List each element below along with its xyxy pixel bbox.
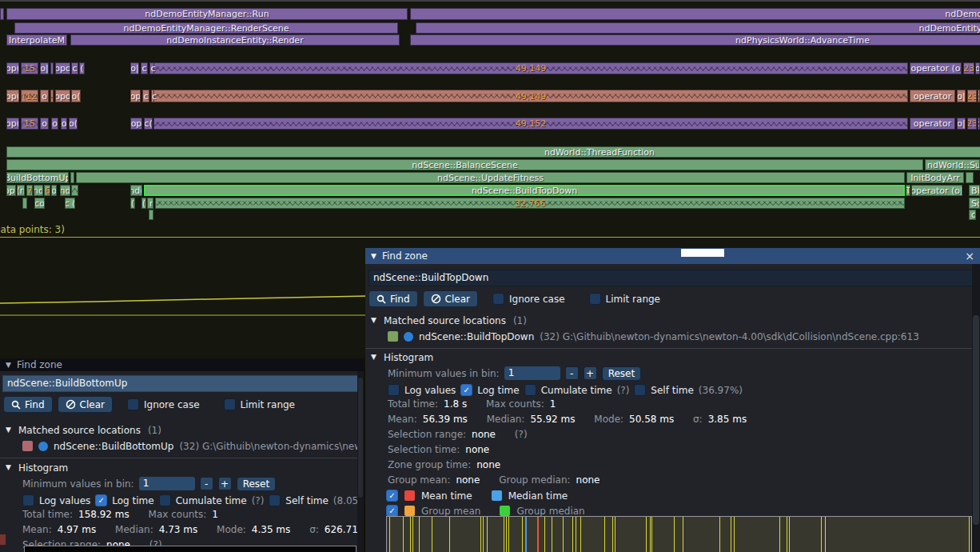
zone-bar[interactable]: ndWorld::Sub <box>925 159 980 170</box>
cumulate-time-checkbox[interactable] <box>524 384 536 396</box>
histogram-plot[interactable] <box>386 516 972 552</box>
find-button[interactable]: Find <box>368 290 418 307</box>
zone-bar[interactable]: ( <box>130 198 135 209</box>
zone-bar[interactable]: 15 <box>21 118 38 130</box>
zone-bar[interactable]: c( <box>144 118 153 130</box>
zone-bar[interactable]: So <box>969 198 980 209</box>
zone-bar[interactable]: op <box>130 90 141 102</box>
zone-bar[interactable]: c <box>71 62 78 74</box>
zone-dot-icon[interactable] <box>38 442 48 451</box>
zone-bar[interactable]: BuildBottomUp <box>6 172 69 183</box>
cumulate-time-checkbox[interactable] <box>159 494 171 506</box>
zone-bar[interactable]: o <box>61 118 67 130</box>
clear-button[interactable]: Clear <box>58 396 113 413</box>
bin-increment-button[interactable]: + <box>218 477 232 490</box>
zone-bar[interactable]: 23 <box>963 62 974 74</box>
zone-dot-icon[interactable] <box>404 332 413 342</box>
zone-bar[interactable] <box>50 62 54 74</box>
self-time-checkbox[interactable] <box>269 494 281 506</box>
search-input[interactable]: ndScene::BuildBottomUp <box>2 375 361 392</box>
reset-button[interactable]: Reset <box>602 366 642 381</box>
zone-bar[interactable]: operator (o| <box>911 185 962 196</box>
ignore-case-checkbox[interactable] <box>127 398 139 410</box>
zone-bar[interactable]: op <box>130 118 142 130</box>
zone-bar[interactable]: ndDemoInstanceEntity::Render <box>70 34 400 46</box>
zone-bar[interactable] <box>50 90 54 102</box>
zone-bar[interactable] <box>70 172 74 183</box>
zone-bar[interactable]: c <box>149 62 157 74</box>
zone-bar[interactable]: nd <box>34 185 43 196</box>
bin-increment-button[interactable]: + <box>584 366 597 380</box>
zone-bar[interactable] <box>0 8 4 20</box>
zone-bar[interactable]: nd( <box>130 185 142 196</box>
self-time-checkbox[interactable] <box>634 384 646 396</box>
zone-bar[interactable]: ndScene::BalanceScene <box>6 159 923 170</box>
scrollbar[interactable] <box>357 371 364 552</box>
zone-bar[interactable]: o( <box>69 118 78 130</box>
collapse-icon[interactable]: ▼ <box>6 426 11 434</box>
zone-bar[interactable]: o( <box>71 90 81 102</box>
limit-range-checkbox[interactable] <box>224 398 236 410</box>
zone-bar[interactable]: 15 <box>21 62 38 74</box>
zone-bar[interactable] <box>71 185 78 196</box>
zone-bar[interactable]: BI <box>969 185 980 196</box>
zone-bar[interactable]: 32,766 <box>155 198 905 209</box>
collapse-icon[interactable]: ▼ <box>371 354 376 361</box>
zone-bar[interactable]: ndDemoEntityManager::RenderScene <box>416 22 980 34</box>
zone-bar[interactable]: InterpolateM <box>6 34 67 46</box>
zone-bar[interactable]: ( <box>79 62 85 74</box>
zone-bar[interactable]: opo <box>55 62 70 74</box>
zone-bar[interactable]: o <box>51 118 58 130</box>
collapse-icon[interactable]: ▼ <box>6 464 11 471</box>
collapse-icon[interactable]: ▼ <box>371 317 376 324</box>
zone-bar[interactable]: operator <box>910 118 955 130</box>
zone-bar[interactable]: c ( <box>65 198 75 209</box>
zone-bar[interactable]: ndScene::UpdateFitness <box>76 172 905 183</box>
zone-bar[interactable]: c <box>969 210 976 220</box>
zone-bar[interactable]: co <box>34 198 45 209</box>
zone-bar[interactable]: o <box>40 118 49 130</box>
zone-bar[interactable]: o| <box>957 90 966 102</box>
min-bin-input[interactable]: 1 <box>139 477 195 490</box>
zone-bar[interactable]: 6 <box>44 185 50 196</box>
zone-bar[interactable]: InitBodyArr <box>906 172 964 183</box>
matched-source-row[interactable]: ndScene::BuildTopDown (32) G:\Githuib\ne… <box>371 330 974 343</box>
zone-bar[interactable]: ( <box>141 198 146 209</box>
zone-bar[interactable]: 23 <box>967 90 977 102</box>
zone-bar[interactable]: o <box>975 62 980 74</box>
zone-bar[interactable]: op( <box>6 185 16 196</box>
zone-bar[interactable]: ndDemoEntityManager::Run <box>6 8 408 20</box>
zone-bar[interactable] <box>149 210 153 220</box>
window-titlebar[interactable]: ▼ Find zone <box>0 358 364 371</box>
log-values-checkbox[interactable] <box>388 384 400 396</box>
bin-decrement-button[interactable]: - <box>200 477 213 490</box>
zone-bar[interactable]: 7 <box>26 185 33 196</box>
zone-bar[interactable]: op( <box>6 62 19 74</box>
zone-bar[interactable]: ndWorld::ThreadFunction <box>6 146 980 158</box>
zone-bar[interactable]: op( <box>6 90 19 102</box>
zone-bar[interactable]: c <box>141 62 148 74</box>
close-icon[interactable]: × <box>965 250 974 262</box>
log-values-checkbox[interactable] <box>22 494 34 506</box>
zone-bar[interactable]: (12 <box>21 90 38 102</box>
log-time-checkbox[interactable]: ✓ <box>95 494 107 506</box>
zone-bar[interactable]: (n <box>17 185 25 196</box>
zone-bar[interactable]: 49,149 <box>153 62 908 74</box>
scrollbar-thumb[interactable] <box>973 315 979 525</box>
zone-bar[interactable]: opo <box>55 90 70 102</box>
limit-range-checkbox[interactable] <box>589 293 601 305</box>
zone-bar[interactable]: c <box>142 90 149 102</box>
zone-bar[interactable]: o <box>51 185 57 196</box>
zone-bar[interactable]: operator <box>910 90 955 102</box>
zone-bar[interactable]: c <box>151 90 157 102</box>
zone-bar[interactable]: o| <box>130 62 139 74</box>
zone-bar[interactable]: T <box>906 185 910 196</box>
collapse-icon[interactable]: ▼ <box>6 362 11 369</box>
zone-bar[interactable]: o <box>40 90 49 102</box>
scrollbar[interactable] <box>972 264 980 552</box>
zone-bar[interactable]: n <box>147 198 153 209</box>
ignore-case-checkbox[interactable] <box>492 293 504 305</box>
min-bin-input[interactable]: 1 <box>504 366 560 380</box>
zone-bar-highlighted[interactable]: ndScene::BuildTopDown <box>144 185 905 196</box>
zone-bar[interactable]: o| <box>957 118 966 130</box>
